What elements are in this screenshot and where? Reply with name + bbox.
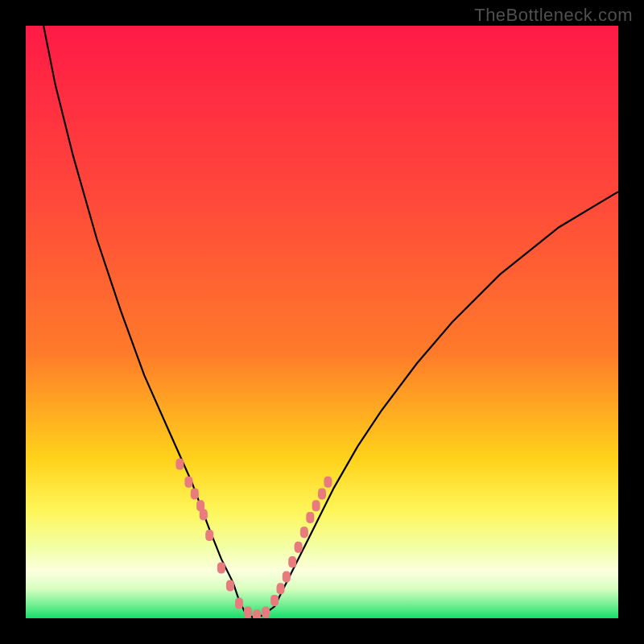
chart-svg bbox=[26, 26, 618, 618]
measured-point bbox=[184, 477, 192, 488]
measured-point bbox=[253, 609, 261, 618]
watermark-text: TheBottleneck.com bbox=[474, 5, 633, 26]
measured-point bbox=[295, 542, 303, 553]
measured-point bbox=[175, 459, 184, 470]
measured-point bbox=[324, 477, 332, 488]
measured-point bbox=[200, 509, 208, 520]
measured-point bbox=[312, 500, 320, 511]
chart-frame: TheBottleneck.com bbox=[0, 0, 644, 644]
measured-point bbox=[191, 488, 199, 499]
measured-point bbox=[318, 488, 326, 499]
measured-point bbox=[226, 580, 234, 592]
measured-point bbox=[283, 572, 291, 583]
measured-point bbox=[300, 526, 308, 538]
measured-point bbox=[205, 530, 213, 541]
measured-point bbox=[235, 598, 243, 609]
measured-point bbox=[306, 512, 314, 523]
measured-point bbox=[288, 556, 296, 568]
gradient-background bbox=[26, 26, 618, 618]
plot-area bbox=[26, 26, 618, 618]
measured-point bbox=[262, 607, 270, 618]
measured-point bbox=[217, 562, 225, 573]
measured-point bbox=[244, 607, 252, 618]
measured-point bbox=[277, 583, 285, 594]
measured-point bbox=[270, 595, 279, 606]
